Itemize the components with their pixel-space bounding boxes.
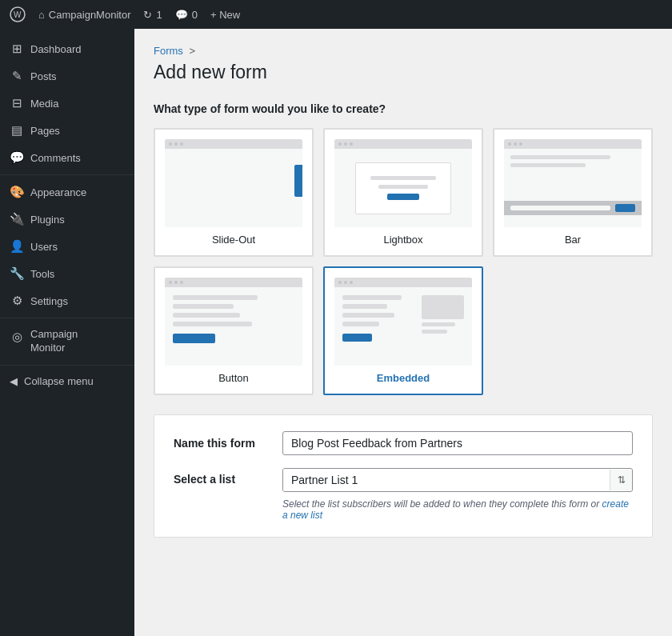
bar-strip [504, 201, 642, 215]
users-icon: 👤 [10, 239, 24, 254]
new-content-item[interactable]: + New [210, 9, 240, 21]
plugins-icon: 🔌 [10, 212, 24, 226]
form-type-slide-out[interactable]: Slide-Out [154, 128, 314, 257]
form-name-label: Name this form [174, 437, 270, 450]
home-icon: ⌂ [38, 9, 45, 21]
sidebar-divider [0, 174, 134, 175]
slide-out-preview [165, 139, 302, 227]
sidebar-label-users: Users [30, 241, 58, 253]
breadcrumb-link[interactable]: Forms [154, 45, 183, 57]
sidebar-label-plugins: Plugins [30, 214, 65, 226]
dashboard-icon: ⊞ [10, 42, 24, 56]
sidebar-item-comments[interactable]: 💬 Comments [0, 144, 134, 171]
sidebar-item-users[interactable]: 👤 Users [0, 233, 134, 260]
form-type-embedded[interactable]: Embedded [323, 266, 483, 395]
sidebar-item-dashboard[interactable]: ⊞ Dashboard [0, 35, 134, 62]
updates-item[interactable]: ↻ 1 [143, 9, 162, 21]
form-list-row: Select a list Partner List 1 Partner Lis… [174, 468, 633, 521]
form-name-input[interactable] [282, 431, 633, 455]
sidebar-collapse-button[interactable]: ◀ Collapse menu [0, 369, 134, 394]
select-arrow-icon: ⇅ [610, 470, 632, 490]
slideout-tab [294, 165, 302, 197]
svg-text:W: W [14, 10, 22, 19]
sidebar-item-tools[interactable]: 🔧 Tools [0, 260, 134, 287]
sidebar-item-pages[interactable]: ▤ Pages [0, 117, 134, 144]
form-list-select-wrap[interactable]: Partner List 1 Partner List 2 All Subscr… [282, 468, 633, 492]
comments-icon: 💬 [175, 9, 188, 21]
sidebar-label-pages: Pages [30, 125, 60, 137]
tools-icon: 🔧 [10, 266, 24, 281]
updates-icon: ↻ [143, 9, 152, 21]
collapse-label: Collapse menu [24, 375, 94, 387]
button-preview [165, 278, 302, 366]
main-content: Forms > Add new form What type of form w… [134, 29, 672, 636]
lightbox-preview [334, 139, 472, 227]
sidebar-divider-2 [0, 318, 134, 318]
sidebar-label-settings: Settings [30, 295, 68, 307]
sidebar-item-settings[interactable]: ⚙ Settings [0, 287, 134, 314]
bar-preview [504, 139, 642, 227]
form-type-bar[interactable]: Bar [493, 128, 653, 257]
page-title: Add new form [154, 62, 653, 83]
form-help-text: Select the list subscribers will be adde… [282, 498, 633, 521]
collapse-icon: ◀ [10, 375, 18, 387]
sidebar-label-media: Media [30, 98, 58, 110]
site-name-item[interactable]: ⌂ CampaignMonitor [38, 9, 130, 21]
sidebar-label-dashboard: Dashboard [30, 43, 82, 55]
form-name-row: Name this form [174, 431, 633, 455]
sidebar: ⊞ Dashboard ✎ Posts ⊟ Media ▤ Pages 💬 Co… [0, 29, 134, 636]
sidebar-divider-3 [0, 365, 134, 366]
media-icon: ⊟ [10, 96, 24, 110]
form-type-button[interactable]: Button [154, 266, 314, 395]
sidebar-item-appearance[interactable]: 🎨 Appearance [0, 178, 134, 206]
sidebar-item-campaign-monitor[interactable]: ◎ CampaignMonitor [0, 322, 134, 362]
updates-count: 1 [156, 9, 162, 21]
sidebar-label-appearance: Appearance [30, 186, 86, 198]
wp-icon: W [10, 6, 26, 22]
bar-cta [615, 204, 635, 212]
bar-label: Bar [504, 234, 642, 246]
breadcrumb: Forms > [154, 45, 653, 57]
button-cta-preview [173, 334, 215, 343]
sidebar-item-posts[interactable]: ✎ Posts [0, 62, 134, 90]
sidebar-label-comments: Comments [30, 152, 81, 164]
sidebar-item-plugins[interactable]: 🔌 Plugins [0, 206, 134, 233]
form-type-grid: Slide-Out Lightbox [154, 128, 653, 395]
embedded-cta-preview [342, 334, 372, 342]
wp-logo-item[interactable]: W [10, 6, 26, 22]
form-type-question: What type of form would you like to crea… [154, 102, 653, 115]
posts-icon: ✎ [10, 69, 24, 83]
breadcrumb-sep: > [189, 45, 195, 57]
embedded-label: Embedded [334, 372, 472, 384]
form-list-label: Select a list [174, 468, 270, 486]
sidebar-label-campaign-monitor: CampaignMonitor [30, 328, 78, 355]
campaign-monitor-icon: ◎ [10, 330, 24, 344]
form-list-select[interactable]: Partner List 1 Partner List 2 All Subscr… [283, 469, 610, 491]
new-label: + New [210, 9, 240, 21]
comments-item[interactable]: 💬 0 [175, 9, 198, 21]
lightbox-modal [355, 162, 451, 214]
pages-icon: ▤ [10, 123, 24, 138]
sidebar-label-tools: Tools [30, 268, 54, 280]
slide-out-label: Slide-Out [165, 234, 302, 246]
main-layout: ⊞ Dashboard ✎ Posts ⊟ Media ▤ Pages 💬 Co… [0, 29, 672, 636]
button-label: Button [165, 372, 302, 384]
sidebar-label-posts: Posts [30, 70, 57, 82]
comments-sidebar-icon: 💬 [10, 150, 24, 165]
sidebar-item-media[interactable]: ⊟ Media [0, 90, 134, 117]
comments-count: 0 [192, 9, 198, 21]
site-name: CampaignMonitor [49, 9, 131, 21]
admin-bar: W ⌂ CampaignMonitor ↻ 1 💬 0 + New [0, 0, 672, 29]
lightbox-label: Lightbox [334, 234, 472, 246]
form-type-lightbox[interactable]: Lightbox [323, 128, 483, 257]
embedded-preview [334, 278, 472, 366]
form-fields-section: Name this form Select a list Partner Lis… [154, 414, 653, 538]
settings-icon: ⚙ [10, 294, 24, 308]
appearance-icon: 🎨 [10, 185, 24, 199]
